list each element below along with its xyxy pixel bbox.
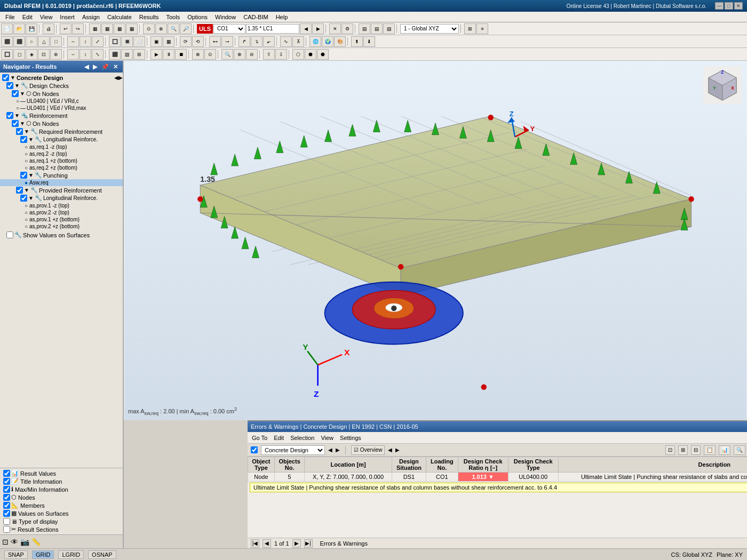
menu-calculate[interactable]: Calculate	[104, 13, 135, 21]
nav-bar-icon4[interactable]: 📏	[31, 538, 41, 546]
tb3-13[interactable]: ⏸	[163, 49, 174, 60]
radio-icon[interactable]: ○	[25, 158, 28, 164]
tb-open[interactable]: 📂	[13, 23, 25, 34]
filter-next[interactable]: ▶	[336, 447, 340, 453]
tb-c4[interactable]: 🔎	[180, 23, 192, 34]
filter-prev[interactable]: ◀	[328, 447, 332, 453]
tree-show-values[interactable]: 🔧 Show Values on Surfaces	[0, 231, 123, 239]
tb3-16[interactable]: ⊙	[204, 49, 216, 60]
menu-edit[interactable]: Edit	[19, 13, 36, 21]
tree-asprov2-top[interactable]: ○ as,prov.2 -z (top)	[0, 209, 123, 216]
tb-c1[interactable]: ⊙	[143, 23, 155, 34]
tree-concrete-design[interactable]: ▼ Concrete Design ◀▶	[0, 74, 123, 82]
nav-nodes[interactable]: ⬡ Nodes	[0, 493, 123, 501]
nav-bar-icon1[interactable]: ⊡	[2, 538, 9, 546]
tree-asprov2-bot[interactable]: ○ as,prov.2 +z (bottom)	[0, 223, 123, 230]
view-select[interactable]: 1 - Global XYZ	[400, 24, 459, 34]
tb-r4[interactable]: 📋	[704, 445, 716, 455]
tree-asreq1-bot[interactable]: ○ as,req.1 +z (bottom)	[0, 157, 123, 164]
osnap-btn[interactable]: OSNAP	[88, 550, 116, 559]
tb3-21[interactable]: ⇩	[275, 49, 287, 60]
tb2-19[interactable]: ↴	[251, 36, 263, 47]
tb-new[interactable]: 📄	[1, 23, 13, 34]
tb3-12[interactable]: ▶	[150, 49, 162, 60]
nav-next-btn[interactable]: ▶	[91, 63, 99, 70]
tb2-3[interactable]: ○	[26, 36, 37, 47]
nav-result-values[interactable]: 📊 Result Values	[0, 469, 123, 477]
radio-icon[interactable]: ○	[25, 144, 28, 150]
tb3-23[interactable]: ⬢	[305, 49, 316, 60]
tb-save[interactable]: 💾	[26, 23, 37, 34]
window-controls[interactable]: — □ ✕	[715, 2, 743, 10]
tb2-23[interactable]: 🌐	[309, 36, 321, 47]
tree-punching[interactable]: ▼ 🔧 Punching	[0, 171, 123, 179]
radio-icon[interactable]: ○	[25, 217, 28, 222]
tree-design-checks[interactable]: ▼ 🔧 Design Checks	[0, 82, 123, 90]
tb3-22[interactable]: ⬡	[292, 49, 304, 60]
radio-icon[interactable]: ●	[25, 180, 28, 186]
tb2-11[interactable]: ⬜	[133, 36, 145, 47]
menu-results[interactable]: Results	[136, 13, 162, 21]
tb3-18[interactable]: ⊕	[234, 49, 245, 60]
menu-options[interactable]: Options	[184, 13, 211, 21]
nav-values-surfaces[interactable]: ▦ Values on Surfaces	[0, 509, 123, 517]
menu-view[interactable]: View	[37, 13, 56, 21]
tb-e3[interactable]: ▤	[383, 23, 395, 34]
tb2-14[interactable]: ⟳	[180, 36, 192, 47]
radio-icon[interactable]: ○	[25, 210, 28, 215]
tb2-16[interactable]: ⊷	[209, 36, 221, 47]
lgrid-btn[interactable]: LGRID	[58, 550, 84, 559]
tree-asw-req[interactable]: ● Asw,req	[0, 179, 123, 186]
filter-combo[interactable]: Concrete Design	[261, 445, 325, 455]
grid-btn[interactable]: GRID	[32, 550, 54, 559]
tb2-1[interactable]: ⬛	[1, 36, 13, 47]
tree-on-nodes-dc[interactable]: ▼ ⬡ On Nodes	[0, 90, 123, 98]
goto-menu[interactable]: Go To	[250, 435, 269, 441]
tb-d2[interactable]: ⚙	[341, 23, 353, 34]
tb3-5[interactable]: ⊛	[50, 49, 62, 60]
co1-select[interactable]: CO1	[213, 24, 245, 34]
tb-c3[interactable]: 🔍	[168, 23, 179, 34]
tb2-26[interactable]: ⬆	[351, 36, 363, 47]
tb2-7[interactable]: ↕	[80, 36, 91, 47]
pg-next[interactable]: ▶	[292, 539, 301, 548]
radio-icon[interactable]: ○	[25, 203, 28, 209]
nav-prev-btn[interactable]: ◀	[83, 63, 90, 70]
pg-first[interactable]: |◀	[251, 539, 259, 548]
tb-e1[interactable]: ▤	[359, 23, 370, 34]
radio-icon[interactable]: ○	[25, 165, 28, 171]
tree-required-reinf[interactable]: ▼ 🔧 Required Reinforcement	[0, 127, 123, 135]
pg-last[interactable]: ▶|	[304, 539, 313, 548]
tb-redo[interactable]: ↪	[72, 23, 84, 34]
tb3-6[interactable]: ↔	[67, 49, 79, 60]
tb3-24[interactable]: ⬣	[317, 49, 329, 60]
menu-cad-bim[interactable]: CAD-BIM	[240, 13, 271, 21]
tree-reinforcement[interactable]: ▼ 🔩 Reinforcement	[0, 111, 123, 119]
tb2-10[interactable]: 🔳	[121, 36, 133, 47]
tb3-3[interactable]: ◈	[26, 49, 37, 60]
tb3-10[interactable]: ▧	[121, 49, 133, 60]
tb2-25[interactable]: 🎨	[334, 36, 346, 47]
menu-file[interactable]: File	[2, 13, 18, 21]
tb-r5[interactable]: 📊	[719, 445, 730, 455]
tb-print[interactable]: 🖨	[43, 23, 54, 34]
tb2-22[interactable]: ⊼	[292, 36, 304, 47]
tb-r1[interactable]: ⊡	[665, 445, 675, 455]
nav-maxmin-info[interactable]: ℹ Max/Min Information	[0, 485, 123, 493]
maximize-btn[interactable]: □	[725, 2, 733, 10]
tb-r3[interactable]: ⊟	[691, 445, 701, 455]
tb3-2[interactable]: ◻	[13, 49, 25, 60]
tb-r6[interactable]: 🔍	[734, 445, 745, 455]
tb2-13[interactable]: ▦	[163, 36, 174, 47]
tb2-18[interactable]: ↱	[239, 36, 250, 47]
tb3-4[interactable]: ⊡	[38, 49, 50, 60]
filter-nav-next[interactable]: ▶	[395, 447, 400, 453]
nav-members[interactable]: 📐 Members	[0, 501, 123, 509]
tree-asreq2-top[interactable]: ○ as,req.2 -z (top)	[0, 150, 123, 157]
radio-icon[interactable]: ○	[25, 151, 28, 157]
nav-result-sections[interactable]: ✂ Result Sections	[0, 525, 123, 533]
tb3-19[interactable]: ⊖	[246, 49, 258, 60]
tree-long-reinf-prov[interactable]: ▼ 🔧 Longitudinal Reinforce.	[0, 194, 123, 202]
cube-navigator[interactable]: X Y Z	[703, 66, 742, 105]
tb2-21[interactable]: ∿	[280, 36, 292, 47]
